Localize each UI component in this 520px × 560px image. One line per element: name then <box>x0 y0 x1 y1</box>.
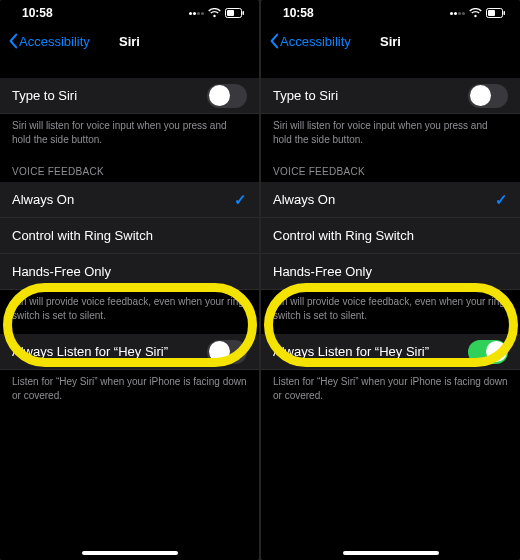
home-indicator[interactable] <box>82 551 178 555</box>
svg-rect-5 <box>504 11 506 15</box>
svg-rect-4 <box>488 10 495 16</box>
row-label: Control with Ring Switch <box>12 228 153 243</box>
back-button[interactable]: Accessibility <box>267 33 351 49</box>
footer-voice-feedback: Siri will provide voice feedback, even w… <box>261 290 520 332</box>
row-label: Type to Siri <box>12 88 77 103</box>
header-voice-feedback: VOICE FEEDBACK <box>0 156 259 182</box>
page-title: Siri <box>119 34 140 49</box>
signal-icon <box>189 12 204 15</box>
battery-icon <box>225 8 245 18</box>
row-hands-free[interactable]: Hands-Free Only <box>0 254 259 290</box>
toggle-hey-siri[interactable] <box>468 340 508 364</box>
screenshot-left: 10:58 Accessibility Siri Type to Siri Si… <box>0 0 259 560</box>
checkmark-icon: ✓ <box>234 191 247 209</box>
back-button[interactable]: Accessibility <box>6 33 90 49</box>
row-ring-switch[interactable]: Control with Ring Switch <box>261 218 520 254</box>
row-type-to-siri[interactable]: Type to Siri <box>0 78 259 114</box>
back-label: Accessibility <box>19 34 90 49</box>
status-bar: 10:58 <box>261 0 520 26</box>
row-hands-free[interactable]: Hands-Free Only <box>261 254 520 290</box>
nav-bar: Accessibility Siri <box>261 26 520 56</box>
page-title: Siri <box>380 34 401 49</box>
status-bar: 10:58 <box>0 0 259 26</box>
chevron-left-icon <box>6 33 20 49</box>
footer-voice-feedback: Siri will provide voice feedback, even w… <box>0 290 259 332</box>
wifi-icon <box>469 8 482 18</box>
signal-icon <box>450 12 465 15</box>
row-ring-switch[interactable]: Control with Ring Switch <box>0 218 259 254</box>
row-label: Always Listen for “Hey Siri” <box>273 344 429 359</box>
chevron-left-icon <box>267 33 281 49</box>
back-label: Accessibility <box>280 34 351 49</box>
toggle-type-to-siri[interactable] <box>468 84 508 108</box>
footer-hey-siri: Listen for “Hey Siri” when your iPhone i… <box>0 370 259 412</box>
row-label: Hands-Free Only <box>273 264 372 279</box>
row-label: Type to Siri <box>273 88 338 103</box>
battery-icon <box>486 8 506 18</box>
row-hey-siri[interactable]: Always Listen for “Hey Siri” <box>0 334 259 370</box>
row-always-on[interactable]: Always On ✓ <box>261 182 520 218</box>
screenshot-right: 10:58 Accessibility Siri Type to Siri Si… <box>261 0 520 560</box>
footer-type-to-siri: Siri will listen for voice input when yo… <box>0 114 259 156</box>
row-label: Always On <box>273 192 335 207</box>
row-label: Hands-Free Only <box>12 264 111 279</box>
row-label: Always On <box>12 192 74 207</box>
row-type-to-siri[interactable]: Type to Siri <box>261 78 520 114</box>
svg-rect-1 <box>227 10 234 16</box>
row-always-on[interactable]: Always On ✓ <box>0 182 259 218</box>
row-hey-siri[interactable]: Always Listen for “Hey Siri” <box>261 334 520 370</box>
header-voice-feedback: VOICE FEEDBACK <box>261 156 520 182</box>
checkmark-icon: ✓ <box>495 191 508 209</box>
toggle-hey-siri[interactable] <box>207 340 247 364</box>
status-time: 10:58 <box>22 6 53 20</box>
row-label: Control with Ring Switch <box>273 228 414 243</box>
status-time: 10:58 <box>283 6 314 20</box>
footer-hey-siri: Listen for “Hey Siri” when your iPhone i… <box>261 370 520 412</box>
footer-type-to-siri: Siri will listen for voice input when yo… <box>261 114 520 156</box>
svg-rect-2 <box>243 11 245 15</box>
wifi-icon <box>208 8 221 18</box>
row-label: Always Listen for “Hey Siri” <box>12 344 168 359</box>
toggle-type-to-siri[interactable] <box>207 84 247 108</box>
home-indicator[interactable] <box>343 551 439 555</box>
nav-bar: Accessibility Siri <box>0 26 259 56</box>
